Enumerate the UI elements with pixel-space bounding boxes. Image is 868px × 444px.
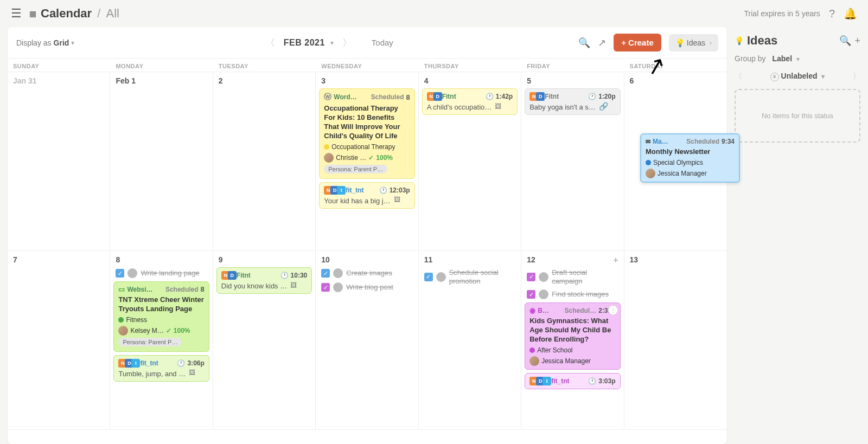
avatar <box>646 169 655 178</box>
calendar-panel: Display as Grid ▾ 〈 FEB 2021 ▾ 〉 Today 🔍… <box>8 27 727 444</box>
task-item[interactable]: ✓Create images <box>319 267 414 279</box>
wordpress-icon: ⓦ <box>324 92 331 102</box>
persona-tag[interactable]: Persona: Parent P… <box>118 338 182 346</box>
share-icon[interactable]: ↗ <box>598 37 606 49</box>
avatar <box>324 153 334 163</box>
avatar <box>118 326 128 336</box>
task-item[interactable]: ✓Schedule social promotion <box>422 267 518 286</box>
content-card[interactable]: ⓦ Word… Scheduled 8 Occupational Therapy… <box>319 88 414 179</box>
avatar <box>529 356 539 366</box>
day-header: SUNDAY <box>8 59 110 72</box>
checkbox-icon[interactable]: ✓ <box>116 269 124 278</box>
prev-icon[interactable]: 〈 <box>735 72 742 81</box>
add-icon[interactable]: + <box>854 35 860 47</box>
persona-tag[interactable]: Persona: Parent P… <box>324 165 387 173</box>
date-num[interactable]: 7 <box>11 254 106 267</box>
date-num[interactable]: 13 <box>628 254 724 267</box>
content-card[interactable]: ⋮ ◉ B… Schedul… 2:39p Kids Gymnastics: W… <box>525 303 620 370</box>
breadcrumb-sub[interactable]: All <box>106 7 119 20</box>
content-card[interactable]: NDt fit_tnt 🕐 3:03p <box>525 373 620 389</box>
task-item[interactable]: ✓Draft social campaign <box>525 267 620 286</box>
content-card[interactable]: ND Fitnt 🕐 10:30 Did you know kids …🖼 <box>216 267 312 294</box>
task-item[interactable]: ✓Find stock images <box>525 288 620 300</box>
day-header: MONDAY <box>110 59 213 72</box>
category-dot <box>529 348 535 353</box>
date-num[interactable]: 6 <box>628 75 724 88</box>
avatar <box>539 272 548 282</box>
ideas-title: Ideas <box>747 34 777 48</box>
avatar <box>333 268 343 278</box>
card-title: Kids Gymnastics: What Age Should My Chil… <box>529 317 615 344</box>
ideas-button[interactable]: 💡Ideas› <box>669 34 718 52</box>
content-card[interactable]: ND Fitnt 🕐 1:20p Baby yoga isn't a s…🔗 <box>525 88 620 115</box>
card-title: TNT Xtreme Cheer Winter Tryouts Landing … <box>118 295 204 314</box>
task-item[interactable]: ✓Write blog post <box>319 281 414 293</box>
date-num[interactable]: 8 <box>113 254 209 267</box>
breadcrumb-title[interactable]: Calendar <box>41 7 92 20</box>
content-card[interactable]: ▭ Websi… Scheduled 8 TNT Xtreme Cheer Wi… <box>113 281 209 352</box>
date-num[interactable]: 2 <box>216 75 312 88</box>
check-icon: ✓ <box>166 327 171 334</box>
avatar <box>333 282 343 292</box>
month-label[interactable]: FEB 2021 <box>284 38 325 48</box>
image-icon: 🖼 <box>290 281 297 289</box>
clock-icon: 🕐 <box>177 359 185 367</box>
day-header: SATURDAY <box>624 59 727 72</box>
add-icon[interactable]: + <box>613 255 618 265</box>
help-icon[interactable]: ? <box>829 8 835 20</box>
day-header: THURSDAY <box>419 59 521 72</box>
next-icon[interactable]: 〉 <box>853 72 860 81</box>
clock-icon: 🕐 <box>379 186 387 194</box>
task-item[interactable]: ✓Write landing page <box>113 267 209 279</box>
day-header: FRIDAY <box>521 59 624 72</box>
dragging-card[interactable]: ✉ Ma… Scheduled 9:34 Monthly Newsletter … <box>640 133 740 183</box>
avatar <box>539 289 548 299</box>
unlabeled-label[interactable]: ×Unlabeled ▾ <box>748 72 847 81</box>
checkbox-icon[interactable]: ✓ <box>321 269 330 278</box>
date-num[interactable]: 4 <box>422 75 518 88</box>
date-num[interactable]: 9 <box>216 254 312 267</box>
date-num[interactable]: 11 <box>422 254 518 267</box>
lightbulb-icon: 💡 <box>735 36 744 45</box>
date-num[interactable]: 12+ <box>525 254 620 267</box>
hamburger-icon[interactable]: ☰ <box>11 7 22 21</box>
date-num[interactable]: 5 <box>525 75 620 88</box>
date-num[interactable]: Jan 31 <box>11 75 106 88</box>
card-title: Occupational Therapy For Kids: 10 Benefi… <box>324 104 410 141</box>
prev-month-button[interactable]: 〈 <box>260 36 280 49</box>
checkbox-icon[interactable]: ✓ <box>527 290 535 299</box>
create-button[interactable]: +Create <box>614 34 661 52</box>
date-num[interactable]: 10 <box>319 254 414 267</box>
clock-icon: 🕐 <box>588 377 596 385</box>
rss-icon: ◉ <box>529 306 535 314</box>
image-icon: 🖼 <box>495 102 501 110</box>
more-icon[interactable]: ⋮ <box>608 305 618 315</box>
chevron-down-icon[interactable]: ▾ <box>330 39 334 47</box>
search-icon[interactable]: 🔍 <box>839 35 851 47</box>
checkbox-icon[interactable]: ✓ <box>321 283 330 292</box>
search-icon[interactable]: 🔍 <box>578 37 590 49</box>
checkbox-icon[interactable]: ✓ <box>424 273 433 281</box>
groupby-control[interactable]: Group by Label ▾ <box>735 54 860 63</box>
display-type[interactable]: Grid <box>54 38 69 47</box>
ideas-dropzone[interactable]: No items for this status <box>735 89 860 143</box>
content-card[interactable]: ND Fitnt 🕐 1:42p A child's occupatio…🖼 <box>422 88 518 115</box>
category-dot <box>324 144 329 150</box>
date-num[interactable]: 3 <box>319 75 414 88</box>
date-num[interactable]: Feb 1 <box>113 75 209 88</box>
day-header: WEDNESDAY <box>316 59 418 72</box>
website-icon: ▭ <box>118 285 125 293</box>
image-icon: 🖼 <box>394 196 400 203</box>
content-card[interactable]: NDt fit_tnt 🕐 3:06p Tumble, jump, and …🖼 <box>113 355 209 382</box>
content-card[interactable]: NDt fit_tnt 🕐 12:03p Your kid has a big … <box>319 182 414 209</box>
bell-icon[interactable]: 🔔 <box>844 7 857 20</box>
clear-icon[interactable]: × <box>770 73 779 81</box>
calendar-icon: ▦ <box>29 9 36 18</box>
today-button[interactable]: Today <box>372 38 393 47</box>
multi-channel-icon: NDt <box>529 377 549 385</box>
clock-icon: 🕐 <box>588 93 596 100</box>
multi-channel-icon: ND <box>529 92 542 101</box>
next-month-button[interactable]: 〉 <box>337 36 358 49</box>
checkbox-icon[interactable]: ✓ <box>527 273 535 281</box>
multi-channel-icon: ND <box>221 271 234 280</box>
